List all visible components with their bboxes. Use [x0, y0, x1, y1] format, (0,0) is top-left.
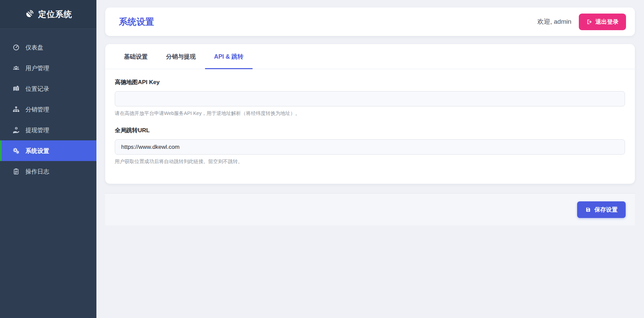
- sitemap-icon: [13, 106, 20, 113]
- welcome-text: 欢迎, admin: [537, 17, 571, 26]
- sidebar-item-dashboard[interactable]: 仪表盘: [0, 37, 96, 58]
- sidebar-item-logs[interactable]: 操作日志: [0, 161, 96, 182]
- sidebar-menu: 仪表盘 用户管理 位置记录: [0, 29, 96, 182]
- amap-api-key-help: 请在高德开放平台申请Web服务API Key，用于逆地址解析（将经纬度转换为地址…: [115, 110, 625, 117]
- tab-distribution-withdrawal[interactable]: 分销与提现: [157, 44, 205, 69]
- gauge-icon: [13, 44, 20, 51]
- page-header: 系统设置 欢迎, admin 退出登录: [105, 7, 635, 36]
- save-settings-button[interactable]: 保存设置: [577, 201, 626, 218]
- redirect-url-help: 用户获取位置成功后将自动跳转到此链接。留空则不跳转。: [115, 158, 625, 165]
- page-title: 系统设置: [119, 16, 154, 28]
- map-marker-icon: [13, 85, 20, 92]
- sidebar-item-label: 用户管理: [25, 64, 49, 72]
- sidebar: 定位系统 仪表盘 用户管理: [0, 0, 96, 318]
- tab-basic-settings[interactable]: 基础设置: [115, 44, 157, 69]
- form-footer: 保存设置: [105, 193, 635, 225]
- settings-tabbar: 基础设置 分销与提现 API & 跳转: [105, 44, 635, 69]
- sidebar-item-users[interactable]: 用户管理: [0, 58, 96, 78]
- sidebar-item-label: 操作日志: [25, 167, 49, 176]
- users-icon: [13, 64, 20, 72]
- sidebar-item-label: 系统设置: [25, 147, 49, 155]
- logout-button[interactable]: 退出登录: [579, 14, 626, 30]
- save-icon: [585, 207, 591, 213]
- amap-api-key-label: 高德地图API Key: [115, 78, 625, 86]
- sidebar-item-settings[interactable]: 系统设置: [0, 140, 96, 161]
- redirect-url-input[interactable]: [115, 139, 625, 155]
- settings-card: 基础设置 分销与提现 API & 跳转 高德地图API Key 请在高德开放平台…: [105, 44, 635, 184]
- hand-dollar-icon: [13, 126, 20, 134]
- sidebar-item-label: 分销管理: [25, 105, 49, 114]
- sidebar-item-label: 仪表盘: [25, 43, 43, 52]
- gears-icon: [13, 147, 20, 154]
- satellite-dish-icon: [24, 9, 34, 19]
- header-right: 欢迎, admin 退出登录: [537, 14, 626, 30]
- clipboard-icon: [13, 168, 20, 175]
- app-title: 定位系统: [38, 9, 72, 20]
- sidebar-item-withdrawals[interactable]: 提现管理: [0, 120, 96, 140]
- redirect-url-label: 全局跳转URL: [115, 126, 625, 134]
- amap-api-key-input[interactable]: [115, 91, 625, 106]
- sidebar-item-distribution[interactable]: 分销管理: [0, 99, 96, 120]
- main-area: 系统设置 欢迎, admin 退出登录 基础设置 分销与提现 API & 跳转: [96, 0, 644, 318]
- sidebar-item-label: 位置记录: [25, 85, 49, 93]
- logout-label: 退出登录: [595, 18, 619, 26]
- tab-api-redirect[interactable]: API & 跳转: [205, 44, 253, 69]
- sidebar-item-locations[interactable]: 位置记录: [0, 78, 96, 99]
- sign-out-icon: [586, 19, 592, 25]
- save-label: 保存设置: [594, 206, 618, 214]
- sidebar-item-label: 提现管理: [25, 126, 49, 134]
- app-logo: 定位系统: [0, 0, 96, 29]
- settings-form: 高德地图API Key 请在高德开放平台申请Web服务API Key，用于逆地址…: [105, 69, 635, 184]
